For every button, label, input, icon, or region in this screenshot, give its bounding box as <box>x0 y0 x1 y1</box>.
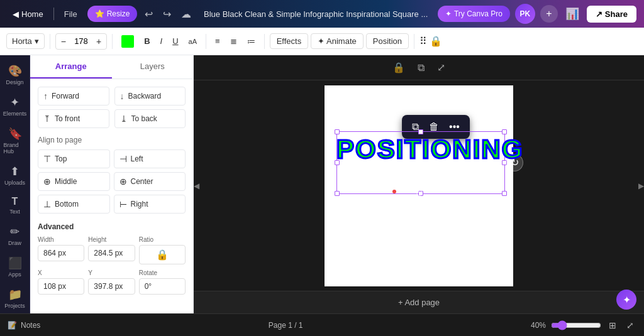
zoom-level-label: 40% <box>531 321 546 330</box>
text-color-button[interactable] <box>118 33 138 50</box>
rotate-input[interactable] <box>139 278 186 295</box>
canvas-lock-icon[interactable]: 🔒 <box>390 59 408 76</box>
sidebar-item-brand-hub[interactable]: 🔖 Brand Hub <box>1 123 29 158</box>
handle-bottom-left[interactable] <box>335 191 340 196</box>
font-family-selector[interactable]: Horta ▾ <box>6 33 45 49</box>
rotate-bottom-handle[interactable]: ↻ <box>415 187 423 199</box>
share-button[interactable]: ↗ Share <box>587 6 636 23</box>
lock-icon[interactable]: 🔒 <box>430 35 442 47</box>
handle-top-right[interactable] <box>502 129 507 134</box>
home-button[interactable]: ◀ Home <box>8 7 48 21</box>
to-back-button[interactable]: ⤓ To back <box>114 109 186 128</box>
grid-view-button[interactable]: ⊞ <box>606 319 619 332</box>
sidebar-item-uploads[interactable]: ⬆ Uploads <box>1 161 29 190</box>
top-navigation: ◀ Home File ⭐ Resize ↩ ↪ ☁ Blue Black Cl… <box>0 0 644 28</box>
sidebar-item-design[interactable]: 🎨 Design <box>1 60 29 89</box>
home-arrow-icon: ◀ <box>13 9 19 19</box>
tab-layers[interactable]: Layers <box>112 55 194 79</box>
sidebar-item-apps[interactable]: ⬛ Apps <box>1 252 29 281</box>
align-right-icon: ⊢ <box>119 199 127 209</box>
brand-hub-icon: 🔖 <box>8 127 22 141</box>
underline-button[interactable]: U <box>169 34 182 48</box>
elements-icon: ✦ <box>10 95 19 109</box>
fullscreen-button[interactable]: ⤢ <box>624 319 636 332</box>
more-options-icon[interactable]: ⠿ <box>419 35 427 47</box>
scroll-right-handle[interactable]: ▶ <box>638 182 644 190</box>
user-avatar[interactable]: PK <box>515 4 535 24</box>
list-button[interactable]: ≔ <box>243 34 259 48</box>
canvas-copy-icon[interactable]: ⧉ <box>415 60 427 76</box>
align-section-title: Align to page <box>38 136 186 144</box>
to-front-button[interactable]: ⤒ To front <box>38 109 109 128</box>
backward-button[interactable]: ↓ Backward <box>114 87 186 106</box>
magic-button[interactable]: ✦ <box>616 290 636 310</box>
canvas-main: ◀ ⧉ 🗑 ••• <box>194 80 644 291</box>
align-bottom-button[interactable]: ⊥ Bottom <box>38 195 110 214</box>
height-input[interactable] <box>88 245 135 261</box>
y-label: Y <box>88 269 135 276</box>
draw-icon: ✏ <box>10 225 19 239</box>
forward-button[interactable]: ↑ Forward <box>38 87 109 106</box>
case-button[interactable]: aA <box>185 35 201 48</box>
scroll-left-handle[interactable]: ◀ <box>194 182 199 190</box>
rotate-label: Rotate <box>139 269 186 276</box>
font-size-input[interactable] <box>70 36 92 46</box>
arrange-row-1: ↑ Forward ↓ Backward <box>38 87 186 106</box>
advanced-section-title: Advanced <box>38 222 186 231</box>
align-center-icon: ⊕ <box>119 176 127 187</box>
font-size-decrease[interactable]: − <box>58 35 69 48</box>
handle-bottom-right[interactable] <box>502 191 507 196</box>
align-left-button[interactable]: ⊣ Left <box>114 149 186 168</box>
notes-button[interactable]: 📝 Notes <box>8 321 40 330</box>
align-justify-button[interactable]: ≣ <box>226 34 241 48</box>
undo-button[interactable]: ↩ <box>142 6 155 23</box>
page-canvas[interactable]: ⧉ 🗑 ••• ↻ POSIT <box>325 85 513 286</box>
font-dropdown-icon: ▾ <box>35 36 39 46</box>
ratio-lock-button[interactable]: 🔒 <box>139 245 186 264</box>
panel-content: ↑ Forward ↓ Backward ⤒ To front ⤓ To bac… <box>30 79 193 313</box>
tab-arrange[interactable]: Arrange <box>30 55 112 79</box>
y-input[interactable] <box>88 278 135 295</box>
effects-button[interactable]: Effects <box>270 33 309 49</box>
float-more-icon[interactable]: ••• <box>445 119 464 135</box>
to-front-icon: ⤒ <box>43 114 51 124</box>
zoom-slider[interactable] <box>551 320 601 330</box>
align-right-button[interactable]: ⊢ Right <box>114 195 186 214</box>
page-indicator: Page 1 / 1 <box>40 321 531 330</box>
animate-button[interactable]: ✦ Animate <box>311 33 364 49</box>
align-center-button[interactable]: ⊕ Center <box>114 172 186 191</box>
position-button[interactable]: Position <box>366 33 409 49</box>
align-middle-button[interactable]: ⊕ Middle <box>38 172 110 191</box>
add-collaborator-button[interactable]: + <box>540 5 558 23</box>
cloud-icon[interactable]: ☁ <box>179 6 194 23</box>
uploads-icon: ⬆ <box>10 165 19 178</box>
add-page-button[interactable]: + Add page <box>398 298 440 307</box>
font-size-increase[interactable]: + <box>94 35 104 48</box>
width-input[interactable] <box>38 245 84 261</box>
sidebar-item-text[interactable]: T Text <box>1 192 29 219</box>
height-field-group: Height <box>88 236 135 264</box>
float-delete-icon[interactable]: 🗑 <box>425 119 443 135</box>
canvas-expand-icon[interactable]: ⤢ <box>435 59 448 76</box>
try-canva-button[interactable]: ✦ Try Canva Pro <box>438 6 510 22</box>
align-left-icon: ⊣ <box>119 154 127 164</box>
stats-icon[interactable]: 📊 <box>563 4 582 23</box>
width-label: Width <box>38 236 84 243</box>
sidebar-item-draw[interactable]: ✏ Draw <box>1 221 29 250</box>
align-top-button[interactable]: ⊤ Top <box>38 149 110 168</box>
resize-button[interactable]: ⭐ Resize <box>87 6 138 22</box>
sidebar-item-elements[interactable]: ✦ Elements <box>1 92 29 121</box>
align-grid: ⊤ Top ⊣ Left ⊕ Middle ⊕ Center ⊥ Botto <box>38 149 186 214</box>
file-label[interactable]: File <box>59 7 82 21</box>
to-back-icon: ⤓ <box>120 114 128 124</box>
bold-button[interactable]: B <box>140 34 153 48</box>
handle-top-left[interactable] <box>335 129 340 134</box>
x-input[interactable] <box>38 278 84 295</box>
redo-button[interactable]: ↪ <box>160 6 174 23</box>
positioning-text[interactable]: POSITIONING <box>336 135 505 164</box>
italic-button[interactable]: I <box>157 34 167 48</box>
align-left-button[interactable]: ≡ <box>211 34 224 48</box>
float-duplicate-icon[interactable]: ⧉ <box>408 119 423 135</box>
sidebar-item-projects[interactable]: 📁 Projects <box>1 284 29 313</box>
align-middle-icon: ⊕ <box>43 176 51 187</box>
